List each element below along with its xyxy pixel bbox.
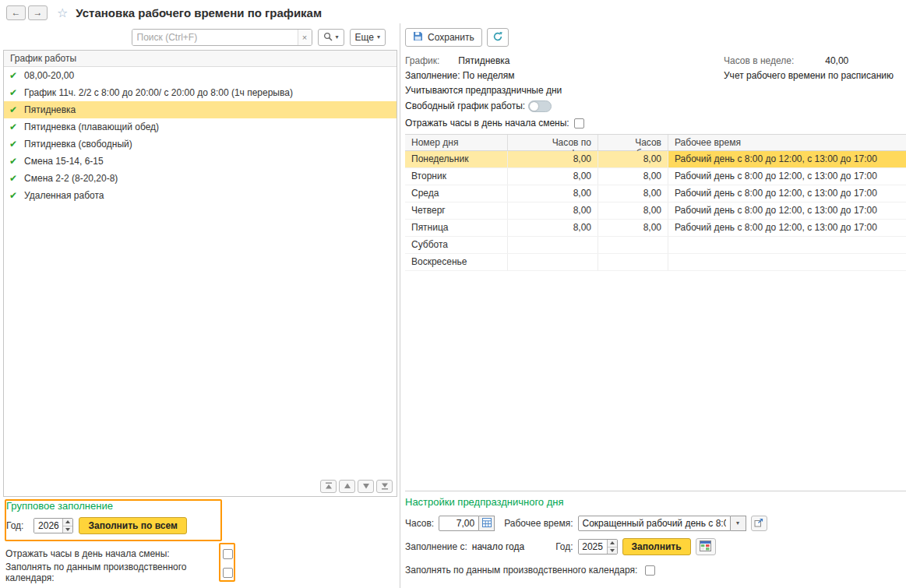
save-button[interactable]: Сохранить <box>405 28 482 47</box>
schedule-info: График: Пятидневка Заполнение: По неделя… <box>405 53 906 132</box>
check-icon: ✔ <box>9 87 17 98</box>
list-item[interactable]: ✔Пятидневка <box>4 101 397 118</box>
schedule-name: Удаленная работа <box>24 190 104 201</box>
calculator-button[interactable] <box>479 516 495 531</box>
refresh-button[interactable] <box>487 28 509 47</box>
reflect-hours-label: Отражать часы в день начала смены: <box>3 548 223 559</box>
hours-week-label: Часов в неделе: <box>724 55 794 66</box>
chevron-down-icon: ▾ <box>377 34 380 40</box>
search-field: × <box>132 29 312 46</box>
list-item[interactable]: ✔Смена 2-2 (8-20,20-8) <box>4 170 397 187</box>
left-panel: × ▾ Еще ▾ График работы ✔08,00-20,00✔Гра… <box>0 23 400 588</box>
free-schedule-toggle[interactable] <box>528 100 552 112</box>
year-down-button[interactable] <box>63 526 72 533</box>
schedule-name: 08,00-20,00 <box>24 70 74 81</box>
work-time-label: Рабочее время: <box>504 518 573 529</box>
table-row[interactable]: Четверг8,008,00Рабочий день с 8:00 до 12… <box>405 202 906 220</box>
fill-button[interactable]: Заполнить <box>622 538 691 555</box>
column-header[interactable]: Рабочее время <box>668 135 906 150</box>
page-title: Установка рабочего времени по графикам <box>76 6 322 19</box>
table-cell: 8,00 <box>508 185 598 202</box>
more-button[interactable]: Еще ▾ <box>350 29 386 46</box>
year-up-button[interactable] <box>608 540 617 547</box>
table-cell <box>668 254 906 270</box>
table-cell: Воскресенье <box>405 254 508 270</box>
favorite-star-icon[interactable]: ☆ <box>57 5 68 20</box>
reflect-hours-checkbox[interactable] <box>223 549 233 559</box>
settings-calendar-checkbox[interactable] <box>645 565 655 576</box>
schedule-value: Пятидневка <box>458 55 509 66</box>
settings-year-input[interactable] <box>579 540 607 554</box>
year-up-button[interactable] <box>63 519 72 526</box>
move-down-button[interactable] <box>358 480 374 493</box>
table-row[interactable]: Суббота <box>405 237 906 254</box>
schedule-name: График 11ч. 2/2 с 8:00 до 20:00/ с 20:00… <box>24 87 293 98</box>
search-options-button[interactable]: ▾ <box>318 29 344 46</box>
table-cell: Рабочий день с 8:00 до 12:00, с 13:00 до… <box>668 220 906 236</box>
day-table: Номер дняЧасов по графикуЧасов рабочихРа… <box>405 134 906 271</box>
refresh-icon <box>492 31 503 44</box>
search-clear-button[interactable]: × <box>298 30 312 45</box>
close-icon: × <box>302 33 307 42</box>
production-calendar-label: Заполнять по данным производственного ка… <box>3 562 223 583</box>
table-cell: 8,00 <box>598 220 668 236</box>
back-button[interactable]: ← <box>6 5 26 20</box>
check-icon: ✔ <box>9 121 17 132</box>
list-move-buttons <box>4 478 397 496</box>
list-item[interactable]: ✔Пятидневка (плавающий обед) <box>4 118 397 136</box>
column-header[interactable]: Номер дня <box>405 135 508 150</box>
move-up-button[interactable] <box>339 480 355 493</box>
settings-calendar-checkbox-label: Заполнять по данным производственного ка… <box>405 565 637 576</box>
list-item[interactable]: ✔Удаленная работа <box>4 187 397 204</box>
group-year-label: Год: <box>6 520 23 531</box>
day-table-region: Номер дняЧасов по графикуЧасов рабочихРа… <box>405 134 906 491</box>
column-header[interactable]: Часов рабочих <box>598 135 668 150</box>
group-year-input[interactable] <box>34 519 62 533</box>
group-fill-title: Групповое заполнение <box>6 500 400 512</box>
year-down-button[interactable] <box>608 547 617 555</box>
app-window: { "window": { "title": "Установка рабоче… <box>0 0 906 588</box>
move-top-icon <box>325 481 333 492</box>
production-calendar-checkbox[interactable] <box>223 568 233 578</box>
table-row[interactable]: Среда8,008,00Рабочий день с 8:00 до 12:0… <box>405 185 906 202</box>
check-icon: ✔ <box>9 190 17 201</box>
column-header[interactable]: Часов по графику <box>508 135 598 150</box>
preholiday-text: Учитываются предпраздничные дни <box>405 85 562 96</box>
table-row[interactable]: Вторник8,008,00Рабочий день с 8:00 до 12… <box>405 168 906 185</box>
search-input[interactable] <box>132 30 298 45</box>
work-time-field-group: ▾ <box>578 516 746 531</box>
list-item[interactable]: ✔08,00-20,00 <box>4 67 397 84</box>
list-item[interactable]: ✔Пятидневка (свободный) <box>4 136 397 153</box>
fill-all-button[interactable]: Заполнить по всем <box>79 517 186 534</box>
table-cell: 8,00 <box>508 220 598 236</box>
right-panel: Сохранить График: Пятидневка Заполнение:… <box>400 23 906 588</box>
table-row[interactable]: Воскресенье <box>405 254 906 271</box>
table-cell: 8,00 <box>508 202 598 219</box>
left-toolbar: × ▾ Еще ▾ <box>3 28 386 47</box>
schedule-name: Смена 15-14, 6-15 <box>24 156 104 167</box>
reflect-shift-checkbox[interactable] <box>574 118 584 129</box>
move-top-button[interactable] <box>320 480 337 493</box>
forward-icon: → <box>33 7 43 18</box>
schedule-list-header: График работы <box>4 51 397 67</box>
preholiday-settings: Настройки предпраздничного дня Часов: Ра… <box>405 491 906 578</box>
work-time-select-button[interactable]: ▾ <box>731 516 746 531</box>
table-cell: 8,00 <box>598 151 668 167</box>
table-cell: 8,00 <box>598 168 668 185</box>
list-item[interactable]: ✔График 11ч. 2/2 с 8:00 до 20:00/ с 20:0… <box>4 84 397 101</box>
table-row[interactable]: Понедельник8,008,00Рабочий день с 8:00 д… <box>405 151 906 168</box>
table-cell: Вторник <box>405 168 508 185</box>
production-calendar-button[interactable] <box>696 538 716 555</box>
back-icon: ← <box>12 7 21 18</box>
forward-button[interactable]: → <box>28 5 48 20</box>
table-row[interactable]: Пятница8,008,00Рабочий день с 8:00 до 12… <box>405 220 906 237</box>
work-time-input[interactable] <box>578 516 731 531</box>
settings-year-stepper <box>578 539 618 555</box>
main-split: × ▾ Еще ▾ График работы ✔08,00-20,00✔Гра… <box>0 23 906 588</box>
hours-input[interactable] <box>439 516 479 531</box>
open-work-time-button[interactable] <box>751 516 767 531</box>
list-item[interactable]: ✔Смена 15-14, 6-15 <box>4 153 397 170</box>
move-bottom-icon <box>381 481 389 492</box>
save-button-label: Сохранить <box>428 32 474 43</box>
move-bottom-button[interactable] <box>376 480 393 493</box>
